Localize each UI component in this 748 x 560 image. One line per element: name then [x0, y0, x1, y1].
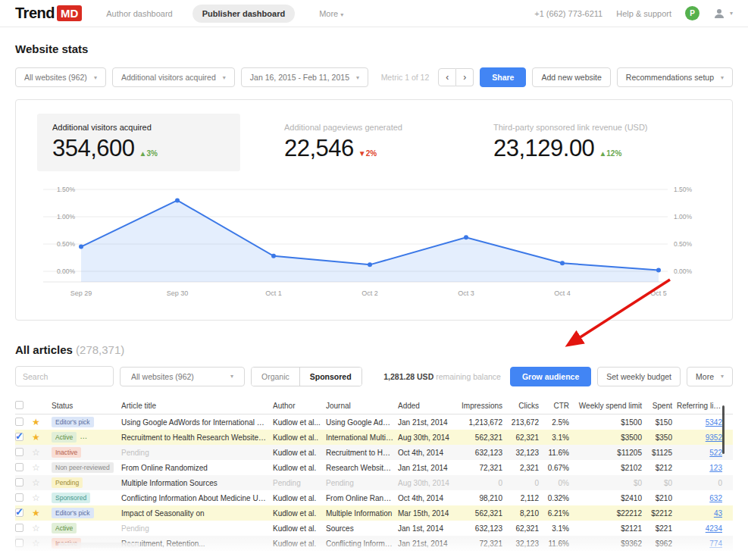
metric-next-button[interactable]: › — [456, 68, 474, 86]
chevron-down-icon: ▾ — [730, 10, 733, 17]
clicks-cell: 62,321 — [507, 433, 543, 442]
add-new-website-button[interactable]: Add new website — [532, 67, 610, 87]
more-actions-label: More — [696, 372, 714, 381]
referring-links-link[interactable]: 5342 — [706, 418, 722, 427]
row-checkbox[interactable] — [15, 463, 23, 471]
data-point — [79, 245, 83, 249]
weekly-spend-limit-cell: $0 — [574, 479, 646, 487]
spent-cell: $150 — [646, 418, 677, 427]
column-header[interactable]: Added — [398, 402, 462, 410]
articles-table-body: ★Editor's pickUsing Google AdWords for I… — [15, 415, 733, 551]
star-icon[interactable]: ☆ — [32, 463, 40, 472]
ctr-cell: 3.1% — [543, 524, 574, 533]
metric-filter-dropdown[interactable]: Additional visitors acquired▾ — [112, 67, 235, 87]
row-checkbox[interactable] — [15, 448, 23, 456]
metric-prev-button[interactable]: ‹ — [438, 68, 456, 86]
nav-author-dashboard[interactable]: Author dashboard — [106, 9, 172, 18]
grow-audience-button[interactable]: Grow audience — [510, 367, 591, 386]
user-icon — [713, 8, 725, 20]
column-header[interactable]: Impressions — [462, 402, 507, 410]
toggle-organic[interactable]: Organic — [252, 368, 299, 386]
trendmd-logo[interactable]: Trend MD — [15, 5, 82, 22]
date-range-dropdown[interactable]: Jan 16, 2015 - Feb 11, 2015▾ — [241, 67, 368, 87]
star-icon[interactable]: ★ — [32, 433, 40, 442]
star-icon[interactable]: ★ — [32, 508, 40, 518]
journal-cell: Sources — [326, 524, 398, 533]
recommendations-setup-dropdown[interactable]: Recommendations setup▾ — [617, 67, 733, 87]
status-cell: Non peer-reviewed — [52, 462, 121, 473]
svg-text:1.50%: 1.50% — [57, 186, 76, 193]
nav-more-menu[interactable]: More▾ — [319, 9, 343, 18]
search-input[interactable] — [15, 366, 114, 386]
spent-cell: $350 — [646, 433, 677, 442]
article-title-cell: Multiple Information Sources — [121, 479, 273, 487]
select-all-checkbox[interactable] — [15, 401, 23, 409]
chat-support-icon[interactable]: P — [685, 6, 699, 20]
column-header[interactable]: Weekly spend limit — [574, 402, 646, 410]
row-checkbox[interactable] — [15, 493, 23, 502]
row-checkbox[interactable] — [15, 478, 23, 486]
referring-links-link[interactable]: 9352 — [706, 433, 722, 442]
added-date-cell: Jan 21st, 2014 — [398, 464, 462, 472]
author-cell: Kudlow et al. — [273, 464, 326, 472]
help-support-link[interactable]: Help & support — [616, 9, 671, 18]
nav-publisher-dashboard[interactable]: Publisher dashboard — [192, 5, 295, 23]
articles-websites-label: All websites (962) — [131, 372, 194, 381]
referring-links-link[interactable]: 123 — [709, 464, 722, 472]
websites-filter-dropdown[interactable]: All websites (962)▾ — [15, 67, 106, 87]
row-checkbox[interactable] — [15, 524, 23, 532]
column-header[interactable]: Status — [52, 402, 121, 410]
star-icon[interactable]: ☆ — [32, 493, 40, 502]
star-icon[interactable]: ☆ — [32, 478, 40, 487]
column-header[interactable]: Spent — [646, 402, 677, 410]
column-header[interactable]: CTR — [543, 402, 574, 410]
journal-cell: International Multilin... — [326, 433, 398, 442]
user-account-menu[interactable]: ▾ — [713, 8, 733, 20]
spent-cell: $210 — [646, 494, 677, 502]
stat-value: 22,546 — [284, 135, 354, 162]
impressions-cell: 562,321 — [462, 433, 507, 442]
column-header[interactable]: Journal — [326, 402, 398, 410]
data-point — [368, 262, 372, 267]
star-icon[interactable]: ☆ — [32, 524, 40, 533]
svg-text:1.50%: 1.50% — [674, 186, 693, 193]
table-row: ★Editor's pickUsing Google AdWords for I… — [15, 415, 733, 430]
ctr-cell: 0.32% — [543, 494, 574, 502]
balance-amount: 1,281.28 USD — [383, 372, 433, 381]
referring-links-link[interactable]: 43 — [714, 509, 722, 518]
column-header[interactable]: Article title — [121, 402, 273, 410]
referring-links-link[interactable]: 522 — [709, 449, 722, 457]
share-button[interactable]: Share — [480, 67, 526, 87]
star-icon[interactable]: ★ — [32, 418, 40, 427]
row-checkbox[interactable] — [15, 508, 23, 517]
clicks-cell: 8,210 — [507, 509, 543, 518]
row-checkbox[interactable] — [15, 433, 23, 441]
status-badge: Editor's pick — [52, 417, 94, 427]
clicks-cell: 213,672 — [507, 418, 543, 427]
status-cell: Editor's pick — [52, 417, 121, 427]
row-checkbox[interactable] — [15, 418, 23, 426]
spent-cell: $212 — [646, 464, 677, 472]
ctr-cell: 6.21% — [543, 509, 574, 518]
referring-links-cell: 9352 — [677, 433, 727, 442]
author-cell: Pending — [273, 479, 326, 487]
table-scrollbar-thumb[interactable] — [722, 405, 725, 454]
column-header[interactable]: Referring links — [677, 402, 727, 410]
column-header[interactable]: Author — [273, 402, 326, 410]
status-cell: Editor's pick — [52, 508, 121, 518]
toggle-sponsored[interactable]: Sponsored — [299, 368, 361, 386]
svg-text:0.50%: 0.50% — [674, 240, 693, 248]
articles-websites-dropdown[interactable]: All websites (962)▾ — [120, 367, 245, 386]
more-actions-dropdown[interactable]: More▾ — [687, 367, 733, 386]
stat-revenue: Third-party sponsored link revenue (USD)… — [493, 114, 648, 171]
column-header[interactable]: Clicks — [507, 402, 543, 410]
set-weekly-budget-button[interactable]: Set weekly budget — [597, 367, 681, 386]
star-icon[interactable]: ☆ — [32, 448, 40, 457]
data-point — [464, 235, 468, 239]
referring-links-link[interactable]: 632 — [709, 494, 722, 502]
weekly-spend-limit-cell: $2102 — [574, 464, 646, 472]
data-point — [560, 261, 565, 265]
spent-cell: $2212 — [646, 509, 677, 518]
referring-links-link[interactable]: 4234 — [706, 524, 722, 533]
status-badge: Sponsored — [52, 493, 90, 503]
